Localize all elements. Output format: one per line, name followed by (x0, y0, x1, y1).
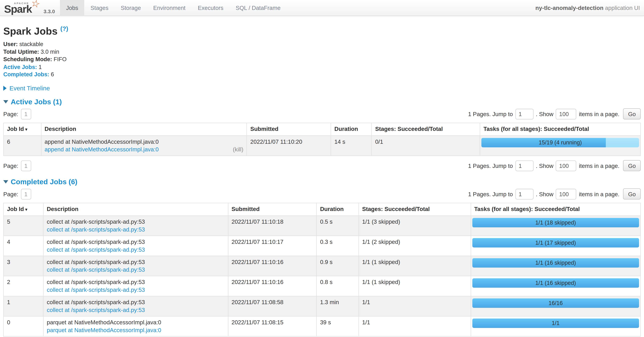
completed-job-row: 4 collect at /spark-scripts/spark-ad.py:… (4, 236, 640, 256)
job-detail-link[interactable]: collect at /spark-scripts/spark-ad.py:53 (47, 306, 145, 314)
tab-jobs[interactable]: Jobs (60, 0, 84, 16)
stages-cell: 1/1 (358, 296, 471, 316)
column-header-stages[interactable]: Stages: Succeeded/Total (372, 123, 480, 135)
job-detail-link[interactable]: append at NativeMethodAccessorImpl.java:… (44, 146, 158, 153)
completed-job-row: 5 collect at /spark-scripts/spark-ad.py:… (4, 216, 640, 236)
submitted-cell: 2022/11/07 11:10:20 (247, 136, 331, 156)
summary-active-jobs: Active Jobs: 1 (3, 63, 641, 71)
items-per-page-input[interactable] (556, 189, 576, 199)
summary-scheduling-mode: Scheduling Mode: FIFO (3, 56, 641, 64)
job-id-cell: 5 (4, 216, 43, 236)
items-text: items in a page. (579, 162, 620, 169)
sort-descending-icon: ▾ (25, 127, 28, 132)
summary-list: User: stackable Total Uptime: 3.0 min Sc… (3, 41, 641, 78)
completed-jobs-heading[interactable]: Completed Jobs (6) (3, 178, 641, 186)
stages-cell: 1/1 (3 skipped) (358, 216, 471, 236)
collapse-down-arrow-icon (3, 100, 8, 103)
description-cell: parquet at NativeMethodAccessorImpl.java… (43, 316, 228, 336)
navbar: APACHE Spark ☆ 3.3.0 Jobs Stages Storage… (0, 0, 644, 16)
column-header-submitted[interactable]: Submitted (228, 203, 316, 216)
job-id-cell: 3 (4, 256, 43, 276)
application-title: ny-tlc-anomaly-detection application UI (536, 4, 644, 11)
stages-cell: 1/1 (1 skipped) (358, 276, 471, 296)
active-jobs-link[interactable]: Active Jobs: (3, 64, 37, 70)
go-button[interactable]: Go (623, 188, 641, 200)
stages-cell: 0/1 (372, 136, 480, 156)
tasks-cell: 1/1 (17 skipped) (471, 236, 640, 256)
jump-to-page-input[interactable] (515, 189, 534, 199)
pagination-active-top: Page: 1 Pages. Jump to . Show items in a… (3, 108, 641, 120)
job-detail-link[interactable]: collect at /spark-scripts/spark-ad.py:53 (47, 286, 145, 294)
tab-storage[interactable]: Storage (114, 0, 147, 16)
column-header-description[interactable]: Description (43, 203, 228, 216)
page-label: Page: (3, 111, 18, 117)
column-header-job-id[interactable]: Job Id▾ (4, 123, 41, 135)
summary-completed-jobs: Completed Jobs: 6 (3, 71, 641, 79)
spark-logo[interactable]: APACHE Spark ☆ (3, 0, 43, 16)
go-button[interactable]: Go (623, 108, 641, 120)
column-header-description[interactable]: Description (41, 123, 247, 135)
column-header-submitted[interactable]: Submitted (247, 123, 331, 135)
collapse-down-arrow-icon (3, 180, 8, 183)
sort-descending-icon: ▾ (25, 207, 28, 212)
items-per-page-input[interactable] (556, 109, 576, 119)
tasks-cell: 1/1 (16 skipped) (471, 256, 640, 276)
tasks-cell: 1/1 (16 skipped) (471, 276, 640, 296)
completed-jobs-link[interactable]: Completed Jobs: (3, 71, 49, 77)
tasks-progress-bar: 1/1 (16 skipped) (472, 278, 639, 288)
page-number-input[interactable] (21, 160, 31, 171)
jump-to-page-input[interactable] (515, 160, 534, 171)
submitted-cell: 2022/11/07 11:10:18 (228, 216, 316, 236)
tab-environment[interactable]: Environment (147, 0, 192, 16)
stages-cell: 1/1 (358, 316, 471, 336)
pages-count-text: 1 Pages. Jump to (468, 162, 513, 169)
column-header-stages[interactable]: Stages: Succeeded/Total (358, 203, 471, 216)
spark-wordmark: Spark (4, 3, 32, 16)
page-number-input[interactable] (21, 109, 31, 119)
job-detail-link[interactable]: collect at /spark-scripts/spark-ad.py:53 (47, 226, 145, 233)
page-number-input[interactable] (21, 189, 31, 199)
job-detail-link[interactable]: collect at /spark-scripts/spark-ad.py:53 (47, 246, 145, 254)
column-header-duration[interactable]: Duration (331, 123, 372, 135)
tab-executors[interactable]: Executors (192, 0, 230, 16)
stages-cell: 1/1 (2 skipped) (358, 236, 471, 256)
column-header-tasks[interactable]: Tasks (for all stages): Succeeded/Total (471, 203, 640, 216)
job-id-cell: 6 (4, 136, 41, 156)
items-per-page-input[interactable] (556, 160, 576, 171)
tasks-cell: 16/16 (471, 296, 640, 316)
duration-cell: 1.3 min (316, 296, 358, 316)
job-detail-link[interactable]: parquet at NativeMethodAccessorImpl.java… (47, 326, 161, 334)
tasks-cell: 1/1 (471, 316, 640, 336)
go-button[interactable]: Go (623, 160, 641, 171)
tab-sql-dataframe[interactable]: SQL / DataFrame (230, 0, 287, 16)
tasks-progress-bar: 1/1 (17 skipped) (472, 238, 639, 247)
event-timeline-toggle[interactable]: Event Timeline (3, 84, 641, 91)
tasks-cell: 1/1 (18 skipped) (471, 216, 640, 236)
show-text: . Show (536, 111, 554, 117)
page-label: Page: (3, 162, 18, 169)
duration-cell: 0.9 s (316, 256, 358, 276)
items-text: items in a page. (579, 191, 620, 197)
submitted-cell: 2022/11/07 11:08:58 (228, 296, 316, 316)
stages-cell: 1/1 (1 skipped) (358, 256, 471, 276)
page-title: Spark Jobs (?) (3, 23, 641, 37)
tab-stages[interactable]: Stages (84, 0, 114, 16)
active-job-row: 6 append at NativeMethodAccessorImpl.jav… (4, 136, 640, 156)
column-header-duration[interactable]: Duration (316, 203, 358, 216)
items-text: items in a page. (579, 111, 620, 117)
tasks-progress-bar: 1/1 (472, 319, 639, 328)
tasks-progress-bar: 1/1 (16 skipped) (472, 258, 639, 268)
kill-link[interactable]: (kill) (233, 146, 244, 153)
duration-cell: 14 s (331, 136, 372, 156)
column-header-job-id[interactable]: Job Id▾ (4, 203, 43, 216)
jump-to-page-input[interactable] (515, 109, 534, 119)
completed-job-row: 2 collect at /spark-scripts/spark-ad.py:… (4, 276, 640, 296)
show-text: . Show (536, 162, 554, 169)
column-header-tasks[interactable]: Tasks (for all stages): Succeeded/Total (480, 123, 640, 135)
submitted-cell: 2022/11/07 11:08:15 (228, 316, 316, 336)
job-id-cell: 2 (4, 276, 43, 296)
job-detail-link[interactable]: collect at /spark-scripts/spark-ad.py:53 (47, 266, 145, 274)
active-jobs-heading[interactable]: Active Jobs (1) (3, 97, 641, 106)
help-link[interactable]: (?) (60, 25, 68, 32)
submitted-cell: 2022/11/07 11:10:17 (228, 236, 316, 256)
